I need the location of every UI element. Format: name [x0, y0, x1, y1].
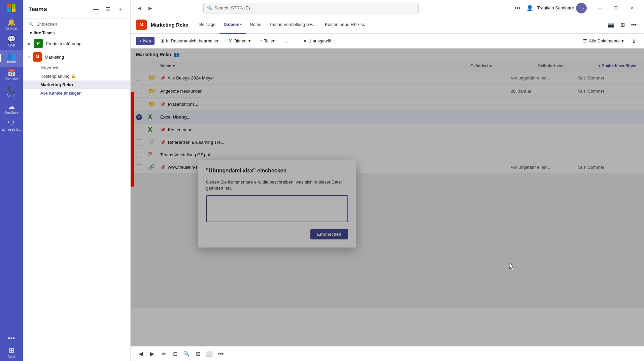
ms-logo-icon	[7, 4, 15, 12]
app-logo	[0, 0, 23, 16]
avatar-initials: TS	[576, 3, 587, 13]
allgemein-label: Allgemein	[40, 65, 60, 70]
video-player[interactable]	[131, 92, 134, 187]
top-bar: ◀ ▶ 🔍 Search (STRG+E) ••• 👤 Treutlein Se…	[131, 0, 644, 16]
view-button[interactable]: ⊟	[170, 349, 180, 359]
nav-aktivitat-label: Aktivität	[5, 27, 17, 30]
bottom-more-button[interactable]: •••	[216, 349, 226, 359]
more-icon: •••	[8, 335, 15, 341]
search-placeholder-text: Search (STRG+E)	[214, 5, 250, 10]
teams-discover-item[interactable]: 🔍 Entdecken	[23, 19, 130, 29]
tab-teams-vorstellung[interactable]: Teams Vorstellung GF....	[265, 16, 321, 34]
channel-kostenplanung[interactable]: Kostenplanung 🔒	[23, 72, 130, 80]
show-all-label: Alle Kanäle anzeigen	[40, 91, 81, 96]
user-avatar: TS	[576, 3, 587, 13]
tab-dateien[interactable]: Dateien ▾	[219, 16, 246, 34]
new-button[interactable]: + Neu	[136, 37, 155, 45]
search-bar[interactable]: 🔍 Search (STRG+E)	[203, 3, 419, 13]
nav-administrat[interactable]: 🛡 administrat...	[0, 117, 23, 134]
all-docs-icon: ☰	[583, 38, 587, 43]
channel-tabs: Beiträge Dateien ▾ Notes Teams Vorstellu…	[195, 16, 369, 34]
apps-icon: ⊞	[9, 347, 14, 354]
chat-icon: 💬	[7, 36, 16, 42]
grid-view-button[interactable]: ⊞	[193, 349, 203, 359]
new-label: + Neu	[139, 38, 151, 43]
nav-aktivitat[interactable]: 🔔 Aktivität	[0, 16, 23, 33]
forward-button[interactable]: ▶	[145, 3, 155, 13]
discover-icon: 🔍	[28, 22, 34, 27]
all-docs-label: Alle Dokumente	[589, 38, 620, 43]
minimize-button[interactable]: —	[592, 3, 608, 13]
share-icon: ↑	[260, 38, 263, 43]
info-button[interactable]: ℹ	[629, 36, 639, 46]
nav-chat[interactable]: 💬 Chat	[0, 33, 23, 50]
nav-kalender-label: Kalender	[5, 77, 18, 81]
teams-icon: 👥	[7, 53, 16, 59]
section-collapse-icon: ▾	[30, 31, 32, 35]
nav-teams[interactable]: 👥 Teams	[0, 50, 23, 67]
clear-selection-button[interactable]: ✕	[303, 38, 307, 44]
share-button[interactable]: ↑ Teilen	[257, 37, 279, 45]
channel-header-actions: 📷 ⊞ •••	[606, 20, 639, 30]
user-section[interactable]: Treutlein Seminare TS	[537, 3, 587, 13]
excel-open-icon: X	[229, 38, 232, 43]
selected-count: 1 ausgewählt	[309, 38, 335, 43]
channel-team-avatar: M	[136, 20, 147, 30]
selected-indicator: ✕ 1 ausgewählt	[303, 38, 335, 44]
channel-more-button[interactable]: •••	[629, 20, 639, 30]
channel-marketing-reko[interactable]: Marketing Reko	[23, 80, 130, 89]
nav-kalender[interactable]: 📅 Kalender	[0, 67, 23, 84]
teams-panel: Teams ••• ☰ + 🔍 Entdecken ▾ Ihre Teams ▶…	[23, 0, 131, 361]
team-produkteinfuhrung[interactable]: ▶ P Produkteinführung	[23, 37, 130, 50]
teams-panel-actions: ••• ☰ +	[91, 5, 125, 14]
channel-expand-button[interactable]: ⊞	[618, 20, 627, 30]
marketing-reko-label: Marketing Reko	[40, 82, 73, 87]
info-icon: ℹ	[633, 38, 635, 44]
tab-kosten-neue[interactable]: Kosten neue HP.xlsx	[321, 16, 369, 34]
team-marketing-name: Marketing	[45, 55, 64, 60]
more-dots-icon: ...	[285, 38, 289, 43]
channel-camera-button[interactable]: 📷	[606, 20, 616, 30]
nav-teams-label: Teams	[6, 60, 16, 64]
nav-forward-button[interactable]: ▶	[147, 349, 157, 359]
tab-beitrage[interactable]: Beiträge	[195, 16, 219, 34]
your-teams-section: ▾ Ihre Teams	[23, 29, 130, 37]
channel-allgemein[interactable]: Allgemein	[23, 64, 130, 72]
edit-button[interactable]: ✏	[159, 349, 168, 359]
toolbar-separator	[296, 37, 296, 45]
raster-button[interactable]: ⊞ In Rasteransicht bearbeiten	[157, 37, 223, 45]
nav-onedrive[interactable]: ☁ OneDrive	[0, 100, 23, 117]
show-all-channels-link[interactable]: Alle Kanäle anzeigen	[23, 89, 130, 97]
nav-more[interactable]: •••	[0, 332, 23, 344]
all-docs-button[interactable]: ☰ Alle Dokumente ▾	[580, 37, 627, 45]
share-label: Teilen	[264, 38, 275, 43]
all-docs-chevron-icon: ▾	[621, 38, 624, 43]
team-marketing[interactable]: ▾ M Marketing	[23, 50, 130, 64]
teams-more-button[interactable]: •••	[91, 5, 101, 14]
back-button[interactable]: ◀	[135, 3, 144, 13]
dateien-chevron-icon: ▾	[240, 23, 242, 26]
team-marketing-avatar: M	[33, 52, 42, 62]
more-options-button[interactable]: •••	[513, 3, 522, 13]
teams-filter-button[interactable]: ☰	[103, 5, 113, 14]
restore-button[interactable]: ❐	[608, 3, 624, 13]
zoom-button[interactable]: 🔍	[182, 349, 191, 359]
user-name: Treutlein Seminare	[537, 5, 574, 10]
teams-add-button[interactable]: +	[115, 5, 125, 14]
nav-anrufe[interactable]: 📞 Anrufe	[0, 84, 23, 100]
nav-apps[interactable]: ⊞ Apps	[0, 344, 23, 361]
open-button[interactable]: X Öffnen ▾	[226, 37, 254, 45]
icon-sidebar: 🔔 Aktivität 💬 Chat 👥 Teams 📅 Kalender 📞 …	[0, 0, 23, 361]
account-icon[interactable]: 👤	[525, 3, 535, 13]
kostenplanung-label: Kostenplanung	[40, 74, 70, 79]
teams-panel-header: Teams ••• ☰ +	[23, 0, 130, 19]
search-icon: 🔍	[207, 5, 212, 10]
your-teams-label: Ihre Teams	[34, 31, 55, 35]
team-expand-icon: ▶	[28, 42, 31, 45]
close-button[interactable]: ✕	[624, 3, 640, 13]
window-button[interactable]: ⬜	[205, 349, 214, 359]
tab-notes[interactable]: Notes	[246, 16, 265, 34]
toolbar-more-button[interactable]: ...	[281, 37, 292, 45]
nav-administrat-label: administrat...	[2, 128, 21, 131]
nav-back-button[interactable]: ◀	[136, 349, 145, 359]
